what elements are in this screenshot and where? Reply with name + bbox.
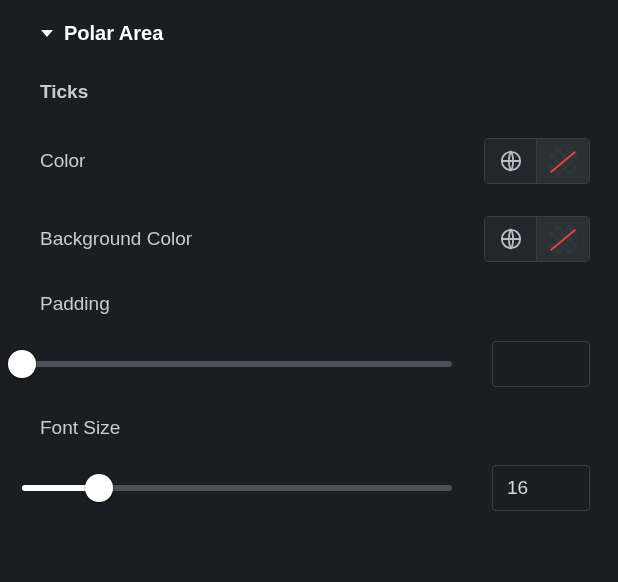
background-color-control: [484, 216, 590, 262]
caret-down-icon: [40, 27, 54, 41]
label-font-size: Font Size: [40, 417, 590, 439]
font-size-section: Font Size: [40, 417, 590, 511]
color-swatch[interactable]: [537, 139, 589, 183]
no-color-icon: [549, 147, 577, 175]
font-size-slider[interactable]: [22, 476, 452, 500]
padding-slider[interactable]: [22, 352, 452, 376]
padding-input[interactable]: [492, 341, 590, 387]
color-swatch[interactable]: [537, 217, 589, 261]
row-color: Color: [40, 137, 590, 185]
padding-section: Padding: [40, 293, 590, 387]
font-size-input[interactable]: [492, 465, 590, 511]
label-background-color: Background Color: [40, 228, 192, 250]
section-header[interactable]: Polar Area: [40, 22, 590, 45]
subsection-title: Ticks: [40, 81, 590, 103]
slider-thumb[interactable]: [8, 350, 36, 378]
label-padding: Padding: [40, 293, 590, 315]
color-control: [484, 138, 590, 184]
slider-thumb[interactable]: [85, 474, 113, 502]
section-title: Polar Area: [64, 22, 163, 45]
settings-panel: Polar Area Ticks Color: [0, 0, 618, 563]
no-color-icon: [549, 225, 577, 253]
globe-button[interactable]: [485, 139, 537, 183]
globe-button[interactable]: [485, 217, 537, 261]
row-background-color: Background Color: [40, 215, 590, 263]
label-color: Color: [40, 150, 85, 172]
globe-icon: [500, 150, 522, 172]
globe-icon: [500, 228, 522, 250]
